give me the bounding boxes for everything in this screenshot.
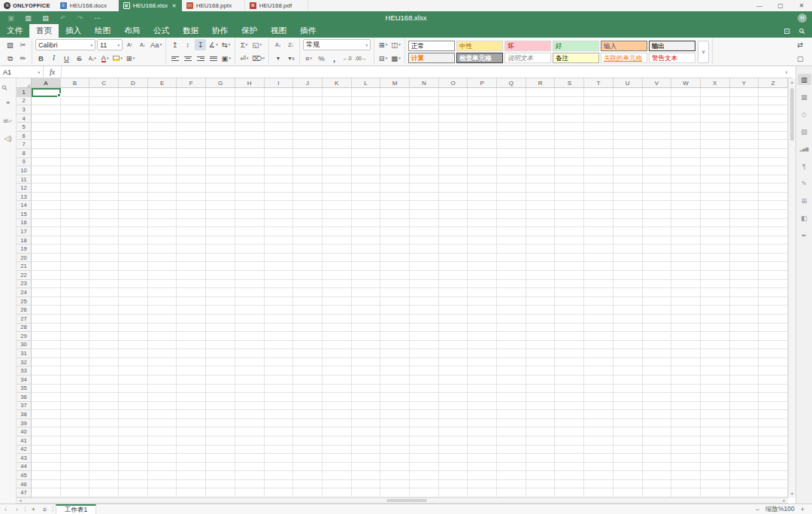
cell-B33[interactable]: [61, 366, 90, 376]
cell-L12[interactable]: [352, 184, 381, 193]
cell-E38[interactable]: [148, 410, 177, 419]
cell-H47[interactable]: [235, 488, 265, 497]
cell-F46[interactable]: [177, 480, 206, 489]
cell-O39[interactable]: [439, 419, 468, 428]
vertical-scrollbar[interactable]: ▴ ▾: [788, 78, 795, 497]
cell-E16[interactable]: [148, 219, 177, 228]
cell-C12[interactable]: [89, 184, 119, 193]
cell-L25[interactable]: [352, 297, 381, 306]
cell-U4[interactable]: [614, 114, 643, 123]
cell-A24[interactable]: [32, 288, 61, 297]
font-name-combo[interactable]: Calibri ▾: [35, 39, 95, 50]
cell-W14[interactable]: [671, 201, 701, 210]
cell-V32[interactable]: [643, 358, 672, 367]
cell-D31[interactable]: [119, 349, 148, 358]
cell-K2[interactable]: [323, 97, 352, 106]
cell-S23[interactable]: [555, 280, 584, 289]
cell-Z36[interactable]: [759, 393, 788, 402]
cell-I24[interactable]: [265, 288, 294, 297]
cell-R35[interactable]: [526, 385, 556, 394]
cell-S39[interactable]: [555, 419, 584, 428]
cell-D6[interactable]: [119, 132, 148, 141]
cell-V33[interactable]: [643, 366, 672, 376]
cell-T1[interactable]: [584, 88, 614, 97]
cell-X33[interactable]: [701, 366, 730, 376]
cell-U2[interactable]: [614, 97, 643, 106]
zoom-out-icon[interactable]: −: [756, 506, 759, 513]
row-header-27[interactable]: 27: [17, 315, 32, 324]
cell-Q7[interactable]: [497, 140, 526, 149]
cell-Q17[interactable]: [497, 227, 526, 236]
cell-W45[interactable]: [671, 471, 701, 480]
row-header-39[interactable]: 39: [17, 419, 32, 428]
cell-A15[interactable]: [32, 210, 61, 219]
cell-B19[interactable]: [61, 245, 90, 254]
cell-J30[interactable]: [293, 341, 323, 350]
cell-F17[interactable]: [177, 227, 206, 236]
cell-O25[interactable]: [439, 297, 468, 306]
cell-A11[interactable]: [32, 175, 61, 184]
cell-R13[interactable]: [526, 193, 556, 202]
cell-V13[interactable]: [643, 193, 672, 202]
cell-P2[interactable]: [468, 97, 497, 106]
align-center-icon[interactable]: [182, 53, 193, 64]
cell-Z29[interactable]: [759, 332, 788, 341]
cell-Y14[interactable]: [730, 201, 759, 210]
cell-L14[interactable]: [352, 201, 381, 210]
cell-D13[interactable]: [119, 193, 148, 202]
cell-I33[interactable]: [265, 366, 294, 376]
cell-W38[interactable]: [671, 410, 701, 419]
cell-C19[interactable]: [89, 245, 119, 254]
cell-B23[interactable]: [61, 280, 90, 289]
cell-R29[interactable]: [526, 332, 556, 341]
cell-X2[interactable]: [701, 97, 730, 106]
cell-J28[interactable]: [293, 324, 323, 333]
cell-D2[interactable]: [119, 97, 148, 106]
merge-cells-icon[interactable]: ▣▾: [220, 53, 232, 64]
sort-ascending-icon[interactable]: A↓: [272, 39, 283, 50]
filter-icon[interactable]: ▼: [272, 53, 283, 64]
cell-Q21[interactable]: [497, 262, 526, 271]
cell-I27[interactable]: [265, 315, 294, 324]
cell-T21[interactable]: [584, 262, 614, 271]
cell-R15[interactable]: [526, 210, 556, 219]
cell-Z17[interactable]: [759, 227, 788, 236]
cell-U42[interactable]: [614, 446, 643, 455]
cell-I16[interactable]: [265, 219, 294, 228]
cell-U29[interactable]: [614, 332, 643, 341]
cell-N44[interactable]: [410, 463, 439, 472]
cell-G20[interactable]: [206, 254, 235, 263]
cell-U16[interactable]: [614, 219, 643, 228]
cell-N11[interactable]: [410, 175, 439, 184]
cell-style-warning-text[interactable]: 警告文本: [649, 53, 695, 63]
cell-B3[interactable]: [61, 105, 90, 114]
cell-E8[interactable]: [148, 149, 177, 158]
cell-H41[interactable]: [235, 436, 265, 446]
cell-B22[interactable]: [61, 271, 90, 280]
cell-C17[interactable]: [89, 227, 119, 236]
cell-N46[interactable]: [410, 480, 439, 489]
cell-D34[interactable]: [119, 376, 148, 385]
cell-N36[interactable]: [410, 393, 439, 402]
cell-Y27[interactable]: [730, 315, 759, 324]
cell-L27[interactable]: [352, 315, 381, 324]
row-header-22[interactable]: 22: [17, 271, 32, 280]
cell-W3[interactable]: [671, 105, 701, 114]
cell-Z37[interactable]: [759, 402, 788, 411]
cell-A7[interactable]: [32, 140, 61, 149]
cell-U37[interactable]: [614, 402, 643, 411]
cell-M43[interactable]: [380, 454, 410, 463]
cell-X41[interactable]: [701, 436, 730, 446]
chart-settings-icon[interactable]: ▂▅▇: [798, 143, 811, 154]
cell-P43[interactable]: [468, 454, 497, 463]
cell-G2[interactable]: [206, 97, 235, 106]
cell-N8[interactable]: [410, 149, 439, 158]
cell-E28[interactable]: [148, 324, 177, 333]
cell-V29[interactable]: [643, 332, 672, 341]
cell-W18[interactable]: [671, 236, 701, 245]
cell-O13[interactable]: [439, 193, 468, 202]
cell-J23[interactable]: [293, 280, 323, 289]
cell-M12[interactable]: [380, 184, 410, 193]
column-header-C[interactable]: C: [89, 78, 119, 87]
row-header-45[interactable]: 45: [17, 471, 32, 480]
